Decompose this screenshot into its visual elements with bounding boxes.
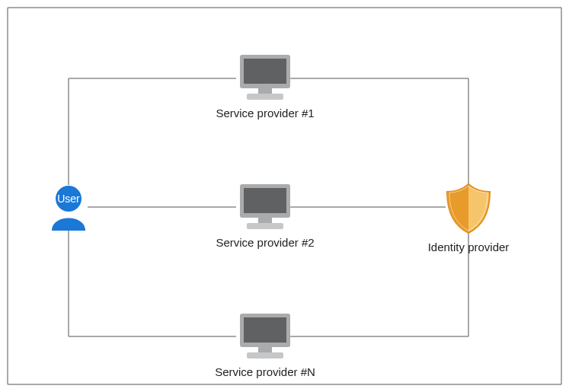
svg-rect-18 [247,94,283,100]
service-provider-n-label: Service provider #N [208,365,322,378]
svg-rect-20 [244,188,286,213]
svg-rect-16 [244,59,286,84]
svg-rect-24 [244,317,286,343]
service-provider-2-node: Service provider #2 [208,183,322,249]
svg-rect-22 [247,223,283,229]
service-provider-n-node: Service provider #N [208,312,322,378]
user-label: User [50,193,88,205]
identity-provider-label: Identity provider [427,241,510,253]
identity-provider-node: Identity provider [427,181,510,253]
service-provider-1-label: Service provider #1 [208,107,322,120]
svg-rect-26 [247,352,283,359]
monitor-icon [235,53,295,102]
service-provider-1-node: Service provider #1 [208,53,322,120]
monitor-icon [235,312,295,361]
svg-rect-25 [258,347,272,352]
svg-rect-17 [258,88,272,94]
diagram-canvas: User Identity provider Service provider … [0,0,569,392]
user-icon [50,185,88,231]
svg-rect-21 [258,218,272,223]
user-node: User [50,185,88,234]
monitor-icon [235,183,295,231]
shield-icon [441,181,496,236]
service-provider-2-label: Service provider #2 [208,236,322,249]
